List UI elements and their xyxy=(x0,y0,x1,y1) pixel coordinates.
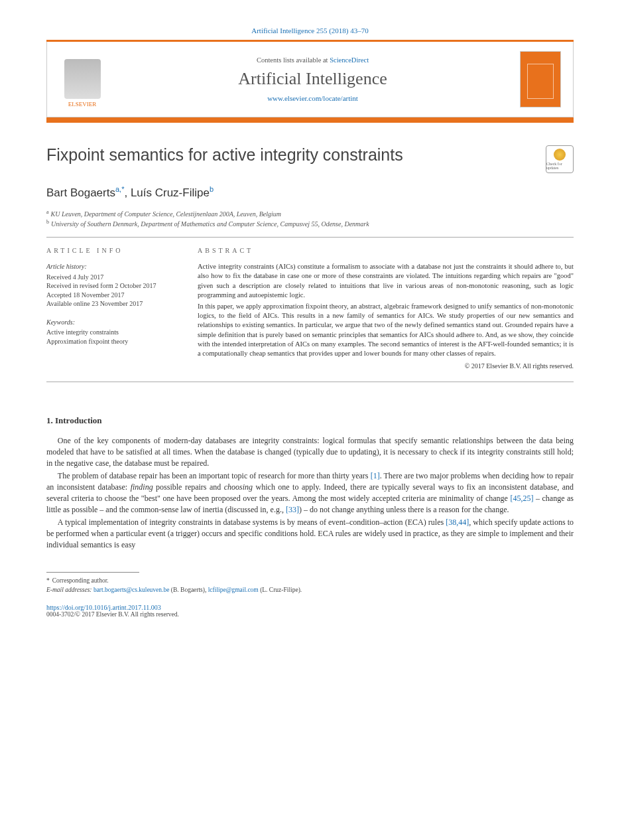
check-updates-label: Check for updates xyxy=(546,162,573,170)
intro-paragraph-1: One of the key components of modern-day … xyxy=(46,435,574,469)
history-revised: Received in revised form 2 October 2017 xyxy=(46,281,179,291)
footnote-separator xyxy=(46,572,139,573)
doi-link[interactable]: https://doi.org/10.1016/j.artint.2017.11… xyxy=(46,604,574,611)
keyword-2: Approximation fixpoint theory xyxy=(46,337,179,346)
p2-emph-2: choosing xyxy=(224,482,253,492)
history-heading: Article history: xyxy=(46,262,179,271)
sciencedirect-link[interactable]: ScienceDirect xyxy=(330,56,369,64)
journal-name: Artificial Intelligence xyxy=(117,69,508,89)
author-1: Bart Bogaerts xyxy=(46,186,115,199)
section-1-body: One of the key components of modern-day … xyxy=(46,435,574,551)
check-updates-badge[interactable]: Check for updates xyxy=(546,145,574,173)
journal-cover-thumbnail xyxy=(520,51,561,107)
citation-ref-45-25[interactable]: [45,25] xyxy=(510,494,533,503)
corresponding-author-note: Corresponding author. xyxy=(52,577,109,584)
issn-copyright-line: 0004-3702/© 2017 Elsevier B.V. All right… xyxy=(46,611,574,618)
paper-title: Fixpoint semantics for active integrity … xyxy=(46,145,546,165)
abstract-label: abstract xyxy=(198,247,574,254)
abstract-paragraph-1: Active integrity constraints (AICs) cons… xyxy=(198,262,574,300)
contents-available: Contents lists available at ScienceDirec… xyxy=(117,56,508,64)
affiliations: aKU Leuven, Department of Computer Scien… xyxy=(46,209,574,238)
email-label: E-mail addresses: xyxy=(46,587,93,593)
email2-who: (L. Cruz-Filipe). xyxy=(259,587,302,593)
contents-prefix: Contents lists available at xyxy=(257,56,330,64)
author-1-email[interactable]: bart.bogaerts@cs.kuleuven.be xyxy=(93,587,170,593)
p3-text-a: A typical implementation of integrity co… xyxy=(58,518,446,527)
header-bottom-rule xyxy=(46,117,574,123)
elsevier-tree-icon xyxy=(64,59,101,99)
history-received: Received 4 July 2017 xyxy=(46,273,179,282)
elsevier-logo: ELSEVIER xyxy=(59,51,105,107)
p2-text-f: ) – do not change anything unless there … xyxy=(299,505,509,514)
abstract-paragraph-2: In this paper, we apply approximation fi… xyxy=(198,302,574,358)
author-2-affil-marker: b xyxy=(210,185,214,193)
keywords-heading: Keywords: xyxy=(46,318,179,327)
article-info-label: article info xyxy=(46,247,179,254)
author-1-affil-marker: a,* xyxy=(115,185,124,193)
affiliation-b: University of Southern Denmark, Departme… xyxy=(51,220,369,228)
author-2-email[interactable]: lcfilipe@gmail.com xyxy=(208,587,259,593)
keyword-1: Active integrity constraints xyxy=(46,328,179,337)
citation-line: Artificial Intelligence 255 (2018) 43–70 xyxy=(46,27,574,35)
abstract-copyright: © 2017 Elsevier B.V. All rights reserved… xyxy=(198,362,574,370)
email1-who: (B. Bogaerts), xyxy=(169,587,208,593)
journal-homepage-link[interactable]: www.elsevier.com/locate/artint xyxy=(117,94,508,102)
check-updates-icon xyxy=(554,149,566,161)
article-history: Article history: Received 4 July 2017 Re… xyxy=(46,262,179,309)
affiliation-a: KU Leuven, Department of Computer Scienc… xyxy=(51,210,281,218)
journal-header: ELSEVIER Contents lists available at Sci… xyxy=(46,42,574,117)
citation-ref-1[interactable]: [1] xyxy=(371,471,380,480)
publisher-name: ELSEVIER xyxy=(68,101,97,107)
citation-ref-33[interactable]: [33] xyxy=(286,505,299,514)
author-2: Luís Cruz-Filipe xyxy=(131,186,210,199)
p2-text-a: The problem of database repair has been … xyxy=(58,471,371,480)
section-1-heading: 1. Introduction xyxy=(46,415,574,426)
p2-emph-1: finding xyxy=(131,482,153,492)
keywords-block: Keywords: Active integrity constraints A… xyxy=(46,318,179,346)
footnotes: *Corresponding author. E-mail addresses:… xyxy=(46,577,574,595)
citation-ref-38-44[interactable]: [38,44] xyxy=(446,518,469,527)
author-list: Bart Bogaertsa,*, Luís Cruz-Filipeb xyxy=(46,185,574,200)
intro-paragraph-3: A typical implementation of integrity co… xyxy=(46,517,574,551)
corr-author-marker: * xyxy=(46,577,50,584)
history-online: Available online 23 November 2017 xyxy=(46,299,179,309)
intro-paragraph-2: The problem of database repair has been … xyxy=(46,470,574,516)
p2-text-c: possible repairs and xyxy=(153,482,224,492)
author-sep: , xyxy=(124,186,130,199)
history-accepted: Accepted 18 November 2017 xyxy=(46,291,179,300)
